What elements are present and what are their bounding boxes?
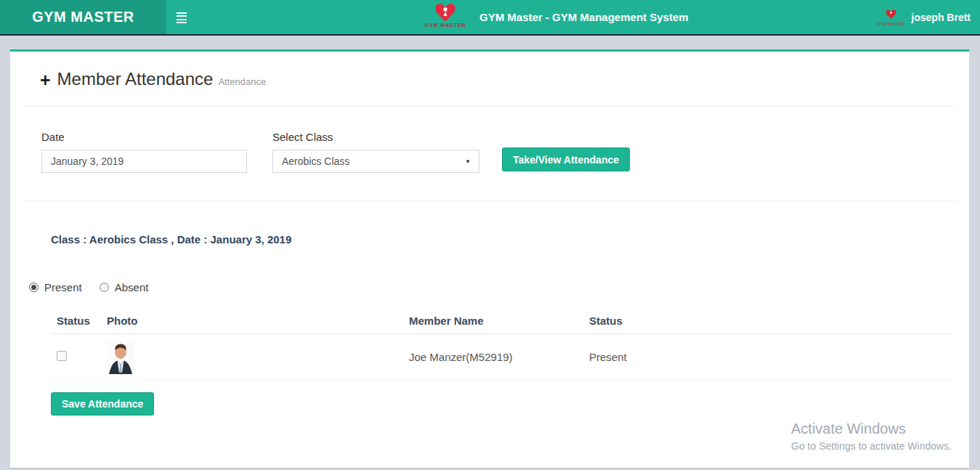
date-input[interactable]	[41, 150, 247, 173]
page-header: +Member AttendanceAttendance	[10, 52, 969, 106]
user-name: joseph Brett	[911, 12, 971, 23]
col-header-status-checkbox: Status	[51, 310, 101, 334]
heart-logo-small-icon	[886, 9, 896, 19]
plus-icon: +	[40, 70, 51, 90]
member-status: Present	[583, 334, 952, 381]
attendance-form: Date Select Class Aerobics Class ▼ Take/…	[10, 107, 969, 200]
top-header: GYM MASTER GYM MASTER GYM Master - GYM M…	[0, 0, 980, 34]
member-name: Joe Manzer(M52919)	[403, 334, 583, 381]
breadcrumb: Attendance	[218, 76, 266, 87]
class-select-value: Aerobics Class	[282, 155, 349, 167]
table-header-row: Status Photo Member Name Status	[51, 310, 952, 334]
section-divider	[22, 200, 957, 200]
content-card: +Member AttendanceAttendance Date Select…	[10, 49, 969, 468]
status-filter: Present Absent	[29, 281, 969, 293]
take-view-attendance-button[interactable]: Take/View Attendance	[502, 147, 630, 171]
user-logo: GYM MASTER	[877, 9, 904, 26]
page-title: Member Attendance	[57, 69, 214, 89]
brand-text: GYM MASTER	[32, 9, 134, 25]
class-group: Select Class Aerobics Class ▼	[272, 131, 479, 173]
table-row: Joe Manzer(M52919) Present	[51, 334, 952, 381]
radio-unchecked-icon	[100, 283, 109, 292]
hamburger-menu-icon[interactable]	[177, 12, 187, 23]
user-menu[interactable]: GYM MASTER joseph Brett	[877, 0, 971, 34]
user-logo-caption: GYM MASTER	[877, 22, 904, 26]
app-title: GYM Master - GYM Management System	[479, 0, 689, 34]
header-divider	[0, 34, 980, 36]
absent-radio-label: Absent	[115, 281, 149, 293]
attendance-table: Status Photo Member Name Status	[51, 310, 952, 381]
status-checkbox[interactable]	[57, 351, 67, 361]
class-select[interactable]: Aerobics Class ▼	[272, 150, 479, 173]
save-attendance-button[interactable]: Save Attendance	[51, 392, 154, 416]
logo-caption: GYM MASTER	[423, 23, 468, 28]
col-header-member-name: Member Name	[403, 310, 583, 334]
chevron-down-icon: ▼	[465, 158, 471, 165]
col-header-photo: Photo	[101, 310, 403, 334]
member-photo	[107, 341, 134, 374]
brand-logo[interactable]: GYM MASTER	[0, 0, 166, 34]
date-label: Date	[41, 131, 247, 143]
heart-logo-icon	[434, 3, 456, 22]
app-logo: GYM MASTER	[423, 3, 468, 28]
radio-checked-icon	[29, 283, 39, 292]
present-radio[interactable]: Present	[29, 281, 82, 293]
class-info-text: Class : Aerobics Class , Date : January …	[51, 233, 969, 246]
date-group: Date	[41, 131, 247, 173]
absent-radio[interactable]: Absent	[100, 281, 149, 293]
present-radio-label: Present	[44, 281, 82, 293]
select-class-label: Select Class	[272, 131, 479, 143]
col-header-status: Status	[583, 310, 952, 334]
